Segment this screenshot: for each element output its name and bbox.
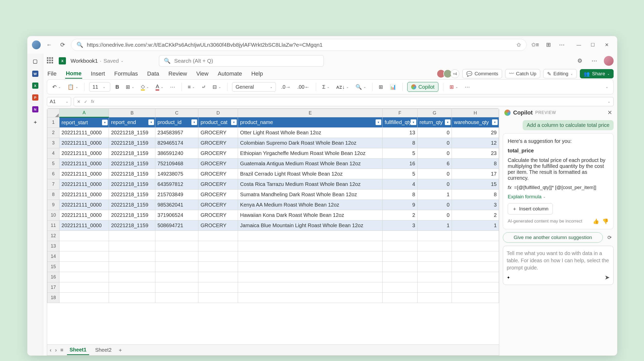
row-header[interactable]: 17 xyxy=(47,282,60,293)
row-header[interactable]: 10 xyxy=(47,210,60,220)
formula-bar[interactable]: ✕ ✓ fx ⌄ xyxy=(74,97,614,106)
fx-icon[interactable]: fx xyxy=(91,99,94,104)
add-sheet-icon[interactable]: ＋ xyxy=(118,347,123,354)
row-header[interactable]: 3 xyxy=(47,138,60,148)
col-header[interactable]: G xyxy=(417,109,452,117)
empty-cell[interactable] xyxy=(198,262,238,272)
data-cell[interactable]: 2 xyxy=(452,210,499,220)
minimize-button[interactable]: — xyxy=(573,40,585,50)
collections-icon[interactable]: ⊞ xyxy=(544,40,553,50)
empty-cell[interactable] xyxy=(452,272,499,282)
data-cell[interactable]: 20221218_1159 xyxy=(109,159,155,169)
data-cell[interactable]: 752109468 xyxy=(155,159,198,169)
another-suggestion-button[interactable]: Give me another column suggestion xyxy=(503,232,603,243)
empty-cell[interactable] xyxy=(452,251,499,262)
sparkle-icon[interactable]: ✦ xyxy=(507,275,510,280)
empty-cell[interactable] xyxy=(109,262,155,272)
data-cell[interactable]: Colombian Supremo Dark Roast Whole Bean … xyxy=(238,138,383,148)
copilot-close-icon[interactable]: ✕ xyxy=(607,109,612,116)
data-cell[interactable]: 13 xyxy=(383,128,417,138)
data-cell[interactable]: 829465174 xyxy=(155,138,198,148)
row-header[interactable]: 2 xyxy=(47,128,60,138)
data-cell[interactable]: GROCERY xyxy=(198,128,238,138)
send-icon[interactable]: ➤ xyxy=(605,274,610,281)
format-table-icon[interactable]: ⊞⌄ xyxy=(448,82,460,92)
document-title[interactable]: Workbook1·Saved⌄ xyxy=(71,58,123,64)
decrease-decimal-icon[interactable]: .00← xyxy=(296,82,311,92)
data-cell[interactable]: GROCERY xyxy=(198,138,238,148)
data-cell[interactable]: 2 xyxy=(383,210,417,220)
thumbs-down-icon[interactable]: 👎 xyxy=(602,218,609,224)
data-cell[interactable]: 5 xyxy=(383,169,417,179)
grid-table[interactable]: ABCDEFGH1report_start▾report_end▾product… xyxy=(47,109,499,303)
catchup-button[interactable]: 〰 Catch Up xyxy=(505,69,540,78)
empty-cell[interactable] xyxy=(59,282,109,293)
sheet-tab-1[interactable]: Sheet1 xyxy=(67,345,89,355)
col-header[interactable]: A xyxy=(59,109,109,117)
empty-cell[interactable] xyxy=(383,272,417,282)
empty-cell[interactable] xyxy=(452,293,499,303)
all-sheets-icon[interactable]: ≡ xyxy=(60,347,63,353)
table-header-cell[interactable]: report_end▾ xyxy=(109,117,155,128)
data-cell[interactable]: Kenya AA Medium Roast Whole Bean 12oz xyxy=(238,200,383,210)
empty-cell[interactable] xyxy=(155,272,198,282)
empty-cell[interactable] xyxy=(198,241,238,251)
font-color-button[interactable]: A⌄ xyxy=(154,82,165,92)
data-cell[interactable]: GROCERY xyxy=(198,220,238,231)
empty-cell[interactable] xyxy=(417,251,452,262)
share-button[interactable]: 👥 Share ⌄ xyxy=(580,69,614,78)
row-header[interactable]: 4 xyxy=(47,148,60,159)
data-cell[interactable]: 20221218_1159 xyxy=(109,128,155,138)
data-cell[interactable]: 17 xyxy=(452,169,499,179)
empty-cell[interactable] xyxy=(417,272,452,282)
data-cell[interactable]: 5 xyxy=(383,148,417,159)
row-header[interactable]: 12 xyxy=(47,231,60,241)
data-cell[interactable]: 202212111_0000 xyxy=(59,148,109,159)
col-header[interactable]: C xyxy=(155,109,198,117)
empty-cell[interactable] xyxy=(238,251,383,262)
empty-cell[interactable] xyxy=(383,231,417,241)
name-box[interactable]: A1⌄ xyxy=(47,97,71,106)
empty-cell[interactable] xyxy=(383,262,417,272)
empty-cell[interactable] xyxy=(155,262,198,272)
empty-cell[interactable] xyxy=(198,272,238,282)
data-cell[interactable]: Sumatra Mandheling Dark Roast Whole Bean… xyxy=(238,190,383,200)
data-cell[interactable]: 202212111_0000 xyxy=(59,169,109,179)
row-header[interactable]: 6 xyxy=(47,169,60,179)
empty-cell[interactable] xyxy=(109,282,155,293)
word-app-icon[interactable]: W xyxy=(32,71,38,77)
empty-cell[interactable] xyxy=(452,282,499,293)
editing-mode-button[interactable]: ✎ Editing ⌄ xyxy=(543,69,577,78)
expand-formula-icon[interactable]: ⌄ xyxy=(608,100,610,103)
increase-decimal-icon[interactable]: .0→ xyxy=(279,82,292,92)
data-cell[interactable]: 149238075 xyxy=(155,169,198,179)
more-options-icon[interactable]: ⋯ xyxy=(589,56,599,66)
data-cell[interactable]: 20221218_1159 xyxy=(109,138,155,148)
favorite-icon[interactable]: ✩ xyxy=(516,42,521,48)
empty-cell[interactable] xyxy=(238,241,383,251)
tab-view[interactable]: View xyxy=(196,69,209,78)
empty-cell[interactable] xyxy=(59,262,109,272)
data-cell[interactable]: 202212111_0000 xyxy=(59,159,109,169)
data-cell[interactable]: 985362041 xyxy=(155,200,198,210)
sheet-prev-icon[interactable]: ‹ xyxy=(50,347,52,353)
filter-icon[interactable]: ▾ xyxy=(102,120,108,125)
sheet-tab-2[interactable]: Sheet2 xyxy=(93,346,114,355)
tab-help[interactable]: Help xyxy=(251,69,263,78)
empty-cell[interactable] xyxy=(59,231,109,241)
empty-cell[interactable] xyxy=(417,293,452,303)
data-cell[interactable]: 0 xyxy=(417,210,452,220)
table-header-cell[interactable]: return_qty▾ xyxy=(417,117,452,128)
data-cell[interactable]: 20221218_1159 xyxy=(109,200,155,210)
data-cell[interactable]: 0 xyxy=(417,148,452,159)
comments-button[interactable]: 💬 Comments xyxy=(462,69,502,78)
insert-column-button[interactable]: ＋ Insert column xyxy=(508,203,553,215)
tab-data[interactable]: Data xyxy=(147,69,159,78)
table-header-cell[interactable]: warehouse_qty▾ xyxy=(452,117,499,128)
tab-insert[interactable]: Insert xyxy=(90,69,106,78)
data-cell[interactable]: 508694721 xyxy=(155,220,198,231)
row-header[interactable]: 5 xyxy=(47,159,60,169)
empty-cell[interactable] xyxy=(452,262,499,272)
col-header[interactable]: D xyxy=(198,109,238,117)
copilot-prompt-input[interactable]: Tell me what you want to do with data in… xyxy=(503,246,614,285)
